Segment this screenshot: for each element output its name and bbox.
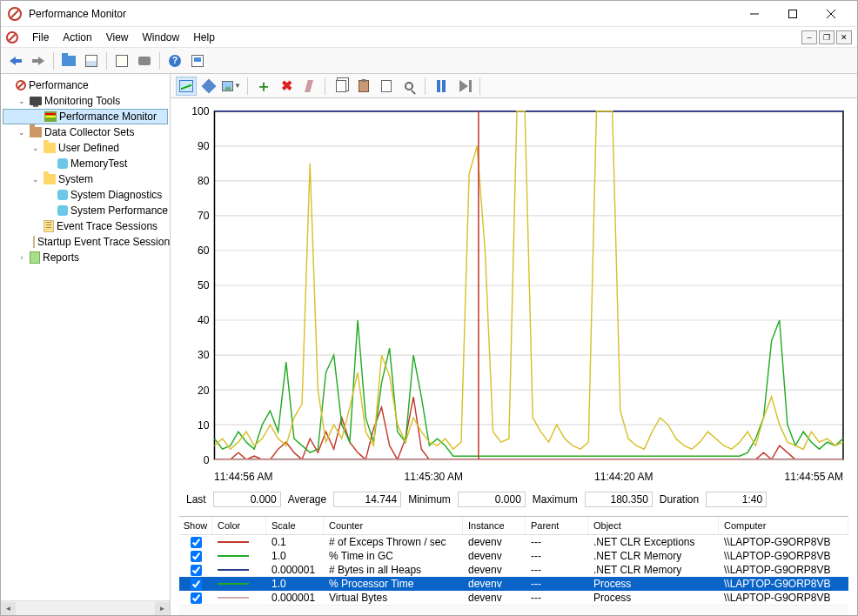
mdi-restore-button[interactable]: ❐: [819, 30, 835, 44]
table-row[interactable]: 1.0 % Processor Time devenv --- Process …: [179, 577, 848, 591]
col-object[interactable]: Object: [588, 517, 719, 534]
scroll-right-button[interactable]: ►: [155, 602, 170, 615]
tree-node-system-performance[interactable]: System Performance: [3, 203, 168, 218]
copy-properties-button[interactable]: [331, 77, 352, 96]
x-tick: 11:44:55 AM: [785, 471, 843, 483]
show-checkbox[interactable]: [191, 551, 202, 562]
update-data-button[interactable]: [453, 77, 474, 96]
view-current-activity-button[interactable]: [176, 77, 197, 96]
forward-button[interactable]: [29, 51, 48, 70]
scroll-left-button[interactable]: ◄: [1, 602, 16, 615]
tree-node-monitoring-tools[interactable]: ⌄ Monitoring Tools: [3, 93, 168, 109]
expand-collapse-icon[interactable]: [3, 80, 13, 90]
cell-show[interactable]: [179, 565, 212, 576]
view-log-data-button[interactable]: [198, 77, 219, 96]
chart-container: 0102030405060708090100 11:44:56 AM 11:45…: [171, 98, 857, 615]
tree-horizontal-scrollbar[interactable]: ◄ ►: [1, 600, 170, 615]
col-counter[interactable]: Counter: [324, 517, 463, 534]
expand-spacer: [44, 190, 55, 200]
tree-node-system[interactable]: ⌄ System: [3, 171, 168, 187]
tree-node-performance-monitor[interactable]: Performance Monitor: [3, 109, 168, 124]
mdi-close-button[interactable]: ✕: [836, 30, 852, 44]
cell-show[interactable]: [179, 593, 212, 604]
tree-node-dcs[interactable]: ⌄ Data Collector Sets: [3, 124, 168, 140]
tree-node-reports[interactable]: › Reports: [3, 250, 168, 265]
col-instance[interactable]: Instance: [463, 517, 526, 534]
x-tick: 11:44:56 AM: [214, 471, 272, 483]
expand-collapse-icon[interactable]: ›: [17, 252, 27, 263]
cell-parent: ---: [526, 536, 588, 548]
table-row[interactable]: 0.1 # of Exceps Thrown / sec devenv --- …: [179, 535, 848, 549]
dcs-icon: [30, 127, 42, 137]
expand-collapse-icon[interactable]: ⌄: [30, 143, 41, 153]
col-parent[interactable]: Parent: [526, 517, 588, 534]
show-checkbox[interactable]: [191, 593, 202, 604]
show-checkbox[interactable]: [191, 537, 202, 548]
menu-help[interactable]: Help: [186, 29, 222, 46]
export-icon: [116, 55, 128, 67]
col-color[interactable]: Color: [212, 517, 266, 534]
table-row[interactable]: 0.000001 Virtual Bytes devenv --- Proces…: [179, 591, 848, 605]
show-hide-tree-button[interactable]: [59, 51, 78, 70]
add-counter-button[interactable]: ＋: [253, 77, 274, 96]
change-graph-type-button[interactable]: ▼: [221, 77, 242, 96]
tree-node-event-trace[interactable]: Event Trace Sessions: [3, 218, 168, 234]
properties-button[interactable]: [82, 51, 101, 70]
cell-show[interactable]: [179, 551, 212, 562]
stat-last-value: 0.000: [213, 492, 281, 507]
table-row[interactable]: 1.0 % Time in GC devenv --- .NET CLR Mem…: [179, 549, 848, 563]
cell-show[interactable]: [179, 579, 212, 590]
paste-counter-list-button[interactable]: [353, 77, 374, 96]
show-checkbox[interactable]: [191, 579, 202, 590]
col-computer[interactable]: Computer: [719, 517, 848, 534]
col-show[interactable]: Show: [179, 517, 212, 534]
table-row[interactable]: 0.000001 # Bytes in all Heaps devenv ---…: [179, 563, 848, 577]
console-tree[interactable]: Performance ⌄ Monitoring Tools Performan…: [1, 74, 170, 600]
freeze-display-button[interactable]: [431, 77, 452, 96]
help-button[interactable]: ?: [165, 51, 184, 70]
svg-text:60: 60: [198, 244, 210, 258]
view-menu-button[interactable]: [188, 51, 207, 70]
tree-node-performance[interactable]: Performance: [3, 77, 168, 93]
svg-text:100: 100: [191, 105, 209, 118]
app-icon-small: [6, 31, 18, 44]
properties-icon: [381, 80, 392, 92]
chart-properties-button[interactable]: [376, 77, 397, 96]
stat-last-label: Last: [184, 493, 208, 506]
menu-file[interactable]: File: [25, 29, 56, 46]
expand-collapse-icon[interactable]: ⌄: [17, 127, 27, 137]
close-button[interactable]: [812, 2, 850, 26]
cell-color: [212, 583, 266, 585]
perfmon-icon: [44, 111, 57, 122]
expand-collapse-icon[interactable]: ⌄: [17, 96, 27, 106]
menu-window[interactable]: Window: [136, 29, 187, 46]
tree-label: System Diagnostics: [70, 189, 162, 201]
x-axis-labels: 11:44:56 AM 11:45:30 AM 11:44:20 AM 11:4…: [179, 467, 848, 483]
cell-parent: ---: [526, 592, 588, 604]
export-button[interactable]: [112, 51, 131, 70]
cell-instance: devenv: [463, 578, 526, 590]
zoom-button[interactable]: [399, 77, 419, 96]
menu-view[interactable]: View: [99, 29, 136, 46]
expand-collapse-icon[interactable]: ⌄: [30, 174, 41, 184]
col-scale[interactable]: Scale: [266, 517, 324, 534]
tree-node-startup-trace[interactable]: Startup Event Trace Sessions: [3, 234, 168, 250]
menu-action[interactable]: Action: [56, 29, 98, 46]
toolbar-separator: [159, 52, 160, 70]
back-button[interactable]: [6, 51, 25, 70]
tree-node-user-defined[interactable]: ⌄ User Defined: [3, 140, 168, 156]
delete-counter-button[interactable]: ✖: [276, 77, 297, 96]
maximize-button[interactable]: [774, 2, 812, 26]
highlight-button[interactable]: [298, 77, 319, 96]
toolbar-separator: [247, 77, 248, 95]
show-checkbox[interactable]: [191, 565, 202, 576]
tree-node-system-diagnostics[interactable]: System Diagnostics: [3, 187, 168, 203]
cell-show[interactable]: [179, 537, 212, 548]
print-button[interactable]: [135, 51, 154, 70]
tree-label: Monitoring Tools: [44, 95, 120, 107]
tree-label: Reports: [43, 251, 79, 264]
tree-node-memorytest[interactable]: MemoryTest: [3, 156, 168, 171]
mdi-minimize-button[interactable]: –: [801, 30, 817, 44]
minimize-button[interactable]: [735, 2, 774, 26]
performance-chart[interactable]: 0102030405060708090100: [179, 104, 848, 467]
